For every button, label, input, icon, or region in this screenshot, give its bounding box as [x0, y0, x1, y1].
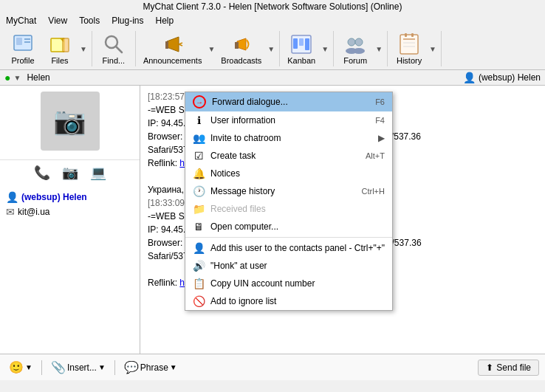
emoji-icon: 🙂	[9, 360, 24, 374]
menu-view[interactable]: View	[45, 15, 70, 27]
toolbar-kanban-btn[interactable]: Kanban	[283, 31, 320, 66]
avatar-area: 📷	[0, 86, 140, 160]
ctx-honk-label: "Honk" at user	[210, 261, 267, 271]
kanban-icon	[289, 32, 313, 56]
toolbar-kanban-group: Kanban ▼	[280, 31, 334, 66]
ctx-forward-shortcut: F6	[375, 97, 385, 106]
forum-icon	[343, 32, 367, 56]
send-file-btn[interactable]: ⬆ Send file	[478, 360, 539, 376]
video-btn[interactable]: 📷	[62, 165, 78, 181]
insert-label: Insert...	[67, 362, 97, 373]
svg-rect-1	[16, 38, 22, 45]
menu-tools[interactable]: Tools	[76, 15, 103, 27]
menu-plugins[interactable]: Plug-ins	[109, 15, 146, 27]
toolbar-forum-label: Forum	[343, 56, 367, 65]
broadcasts-icon	[230, 32, 253, 56]
paperclip-icon: 📎	[51, 360, 66, 374]
ctx-received-files-label: Received files	[210, 204, 266, 214]
ctx-msg-history-label: Message history	[210, 186, 275, 196]
toolbar-announce-group: Announcements ▼ Broadcasts ▼	[136, 31, 280, 66]
ctx-forward-dialogue[interactable]: → Forward dialogue... F6	[185, 92, 392, 111]
toolbar-files-dropdown[interactable]: ▼	[78, 44, 89, 55]
title-text: MyChat Client 7.3.0 - Helen [Network Sof…	[143, 1, 402, 12]
menu-mychat[interactable]: MyChat	[3, 15, 39, 27]
ctx-copy-uin[interactable]: 📋 Copy UIN account number	[185, 275, 392, 292]
avatar: 📷	[41, 92, 100, 151]
toolbar-files-btn[interactable]: Files	[41, 31, 78, 66]
insert-btn[interactable]: 📎 Insert... ▼	[48, 359, 109, 376]
desktop-btn[interactable]: 💻	[90, 165, 106, 181]
forward-icon: →	[193, 95, 206, 109]
ctx-invite-chatroom[interactable]: 👥 Invite to chatroom ▶	[185, 129, 392, 147]
online-indicator: ●	[4, 72, 10, 83]
main-area: 📷 📞 📷 💻 👤 (websup) Helen ✉ kit@i.ua [18:…	[0, 86, 545, 354]
send-icon: ⬆	[486, 362, 493, 373]
emoji-btn[interactable]: 🙂 ▼	[6, 359, 35, 376]
toolbar-find-btn[interactable]: Find...	[95, 31, 132, 66]
toolbar-history-btn[interactable]: History	[391, 31, 428, 66]
ctx-user-info[interactable]: ℹ User information F4	[185, 111, 392, 129]
toolbar-announcements-label: Announcements	[143, 56, 202, 65]
status-right-user: (websup) Helen	[479, 72, 541, 83]
phrase-btn[interactable]: 💬 Phrase ▼	[121, 359, 180, 376]
toolbar-kanban-dropdown[interactable]: ▼	[320, 44, 330, 55]
svg-line-8	[116, 47, 122, 52]
contact-info: 👤 (websup) Helen ✉ kit@i.ua	[0, 185, 140, 224]
svg-rect-14	[235, 42, 239, 49]
toolbar-broadcasts-dropdown[interactable]: ▼	[266, 44, 276, 55]
ctx-add-ignore[interactable]: 🚫 Add to ignore list	[185, 292, 392, 310]
toolbar-broadcasts-label: Broadcasts	[221, 56, 261, 65]
svg-rect-6	[63, 38, 69, 52]
phrase-dropdown[interactable]: ▼	[170, 363, 177, 371]
camera-icon: 📷	[53, 106, 86, 137]
add-contact-icon: 👤	[193, 242, 205, 254]
svg-point-22	[353, 48, 365, 54]
svg-point-19	[348, 38, 355, 46]
emoji-dropdown[interactable]: ▼	[25, 363, 32, 371]
toolbar-forum-dropdown[interactable]: ▼	[374, 44, 384, 55]
svg-rect-23	[400, 35, 418, 54]
toolbar-forum-group: Forum ▼	[334, 31, 388, 66]
status-left: ● ▼ Helen	[4, 72, 463, 83]
copy-icon: 📋	[193, 278, 205, 289]
toolbar-history-dropdown[interactable]: ▼	[428, 44, 438, 55]
status-right: 👤 (websup) Helen	[463, 72, 541, 83]
ctx-honk[interactable]: 🔊 "Honk" at user	[185, 257, 392, 275]
toolbar-broadcasts-btn[interactable]: Broadcasts	[216, 31, 266, 66]
ctx-open-computer-label: Open computer...	[210, 221, 278, 232]
toolbar-profile-btn[interactable]: Profile	[4, 31, 41, 66]
insert-dropdown[interactable]: ▼	[98, 363, 106, 371]
title-bar: MyChat Client 7.3.0 - Helen [Network Sof…	[0, 0, 545, 13]
ctx-msg-history-shortcut: Ctrl+H	[362, 187, 385, 196]
contact-name-row: 👤 (websup) Helen	[6, 190, 134, 204]
contact-actions: 📞 📷 💻	[0, 160, 140, 185]
ctx-notices[interactable]: 🔔 Notices	[185, 165, 392, 182]
ctx-message-history[interactable]: 🕐 Message history Ctrl+H	[185, 182, 392, 200]
chat-area: [18:23:57] (websup) Helen -=WEB Su... IP…	[140, 86, 545, 354]
ctx-add-contact[interactable]: 👤 Add this user to the contacts panel - …	[185, 239, 392, 257]
sidebar: 📷 📞 📷 💻 👤 (websup) Helen ✉ kit@i.ua	[0, 86, 140, 354]
contact-name: (websup) Helen	[21, 192, 87, 202]
toolbar-announcements-dropdown[interactable]: ▼	[206, 44, 216, 55]
svg-rect-10	[165, 41, 168, 49]
toolbar-forum-btn[interactable]: Forum	[337, 31, 374, 66]
contact-name-icon: 👤	[6, 191, 18, 203]
status-dropdown[interactable]: ▼	[13, 74, 21, 82]
ctx-add-contact-label: Add this user to the contacts panel - Ct…	[210, 243, 385, 253]
call-btn[interactable]: 📞	[34, 165, 50, 181]
svg-marker-9	[167, 37, 179, 52]
toolbar-find-label: Find...	[103, 56, 126, 65]
toolbar-announcements-btn[interactable]: Announcements	[139, 31, 207, 66]
ctx-forward-label: Forward dialogue...	[212, 97, 288, 107]
ctx-create-task[interactable]: ☑ Create task Alt+T	[185, 147, 392, 165]
svg-line-12	[179, 44, 182, 46]
phrase-icon: 💬	[124, 360, 139, 374]
ctx-open-computer[interactable]: 🖥 Open computer...	[185, 218, 392, 235]
menu-help[interactable]: Help	[153, 15, 177, 27]
toolbar-history-label: History	[397, 56, 422, 65]
toolbar-kanban-label: Kanban	[287, 56, 315, 65]
honk-icon: 🔊	[193, 260, 205, 272]
ctx-task-label: Create task	[210, 151, 256, 161]
svg-rect-17	[299, 38, 304, 46]
svg-point-20	[355, 38, 363, 46]
